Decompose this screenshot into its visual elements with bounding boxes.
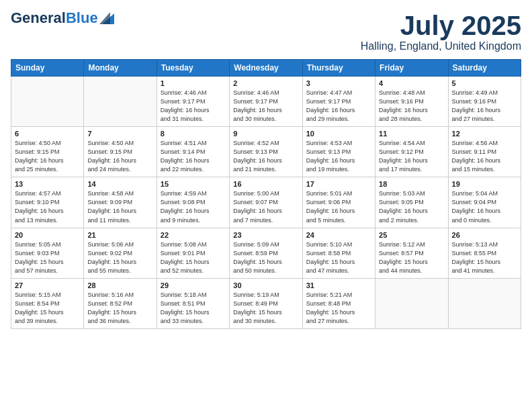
calendar-day-cell: 13Sunrise: 4:57 AM Sunset: 9:10 PM Dayli… <box>11 177 84 228</box>
day-detail: Sunrise: 4:57 AM Sunset: 9:10 PM Dayligh… <box>15 189 80 224</box>
day-detail: Sunrise: 5:01 AM Sunset: 9:06 PM Dayligh… <box>306 189 371 224</box>
day-detail: Sunrise: 4:46 AM Sunset: 9:17 PM Dayligh… <box>161 89 226 124</box>
day-number: 26 <box>452 231 517 239</box>
day-detail: Sunrise: 4:50 AM Sunset: 9:15 PM Dayligh… <box>87 139 152 174</box>
calendar-day-cell: 5Sunrise: 4:49 AM Sunset: 9:16 PM Daylig… <box>448 77 521 127</box>
calendar-day-cell: 24Sunrise: 5:10 AM Sunset: 8:58 PM Dayli… <box>302 228 375 278</box>
day-number: 8 <box>161 130 226 138</box>
day-number: 5 <box>452 79 517 87</box>
day-detail: Sunrise: 4:51 AM Sunset: 9:14 PM Dayligh… <box>161 139 226 174</box>
day-detail: Sunrise: 4:49 AM Sunset: 9:16 PM Dayligh… <box>452 89 517 124</box>
calendar-day-cell: 25Sunrise: 5:12 AM Sunset: 8:57 PM Dayli… <box>375 228 448 278</box>
weekday-header: Friday <box>375 60 448 77</box>
day-number: 19 <box>452 180 517 188</box>
calendar-day-cell: 18Sunrise: 5:03 AM Sunset: 9:05 PM Dayli… <box>375 177 448 228</box>
day-number: 7 <box>87 130 152 138</box>
weekday-header: Tuesday <box>157 60 229 77</box>
calendar-week-row: 1Sunrise: 4:46 AM Sunset: 9:17 PM Daylig… <box>11 77 521 127</box>
calendar-week-row: 20Sunrise: 5:05 AM Sunset: 9:03 PM Dayli… <box>11 228 521 278</box>
calendar-day-cell: 12Sunrise: 4:56 AM Sunset: 9:11 PM Dayli… <box>448 127 521 177</box>
day-number: 12 <box>452 130 517 138</box>
day-detail: Sunrise: 5:16 AM Sunset: 8:52 PM Dayligh… <box>87 291 152 326</box>
day-detail: Sunrise: 5:05 AM Sunset: 9:03 PM Dayligh… <box>15 240 80 275</box>
day-detail: Sunrise: 5:08 AM Sunset: 9:01 PM Dayligh… <box>161 240 226 275</box>
day-number: 17 <box>306 180 371 188</box>
day-detail: Sunrise: 5:10 AM Sunset: 8:58 PM Dayligh… <box>306 240 371 275</box>
calendar-day-cell: 28Sunrise: 5:16 AM Sunset: 8:52 PM Dayli… <box>84 278 157 328</box>
weekday-header-row: SundayMondayTuesdayWednesdayThursdayFrid… <box>11 60 521 77</box>
day-number: 14 <box>87 180 152 188</box>
day-detail: Sunrise: 5:09 AM Sunset: 8:59 PM Dayligh… <box>233 240 298 275</box>
weekday-header: Monday <box>84 60 157 77</box>
title-block: July 2025 Halling, England, United Kingd… <box>361 11 521 52</box>
day-detail: Sunrise: 5:18 AM Sunset: 8:51 PM Dayligh… <box>161 291 226 326</box>
day-number: 29 <box>161 281 226 289</box>
calendar-week-row: 27Sunrise: 5:15 AM Sunset: 8:54 PM Dayli… <box>11 278 521 328</box>
page-header: GeneralBlue July 2025 Halling, England, … <box>11 11 521 52</box>
calendar-day-cell: 22Sunrise: 5:08 AM Sunset: 9:01 PM Dayli… <box>157 228 229 278</box>
calendar-day-cell <box>84 77 157 127</box>
calendar-day-cell: 27Sunrise: 5:15 AM Sunset: 8:54 PM Dayli… <box>11 278 84 328</box>
day-detail: Sunrise: 4:56 AM Sunset: 9:11 PM Dayligh… <box>452 139 517 174</box>
calendar-day-cell: 10Sunrise: 4:53 AM Sunset: 9:13 PM Dayli… <box>302 127 375 177</box>
day-number: 4 <box>379 79 444 87</box>
calendar-day-cell: 7Sunrise: 4:50 AM Sunset: 9:15 PM Daylig… <box>84 127 157 177</box>
weekday-header: Sunday <box>11 60 84 77</box>
logo-icon <box>99 12 114 24</box>
calendar-day-cell: 16Sunrise: 5:00 AM Sunset: 9:07 PM Dayli… <box>230 177 302 228</box>
calendar-day-cell: 26Sunrise: 5:13 AM Sunset: 8:55 PM Dayli… <box>448 228 521 278</box>
day-number: 25 <box>379 231 444 239</box>
calendar-day-cell <box>375 278 448 328</box>
day-number: 21 <box>87 231 152 239</box>
weekday-header: Thursday <box>302 60 375 77</box>
calendar-day-cell: 30Sunrise: 5:19 AM Sunset: 8:49 PM Dayli… <box>230 278 302 328</box>
calendar-day-cell <box>448 278 521 328</box>
calendar-day-cell: 8Sunrise: 4:51 AM Sunset: 9:14 PM Daylig… <box>157 127 229 177</box>
day-number: 10 <box>306 130 371 138</box>
day-detail: Sunrise: 4:50 AM Sunset: 9:15 PM Dayligh… <box>15 139 80 174</box>
day-number: 16 <box>233 180 298 188</box>
calendar-day-cell: 20Sunrise: 5:05 AM Sunset: 9:03 PM Dayli… <box>11 228 84 278</box>
day-number: 18 <box>379 180 444 188</box>
calendar-day-cell: 9Sunrise: 4:52 AM Sunset: 9:13 PM Daylig… <box>230 127 302 177</box>
calendar-day-cell: 6Sunrise: 4:50 AM Sunset: 9:15 PM Daylig… <box>11 127 84 177</box>
day-number: 31 <box>306 281 371 289</box>
day-number: 9 <box>233 130 298 138</box>
calendar-day-cell: 29Sunrise: 5:18 AM Sunset: 8:51 PM Dayli… <box>157 278 229 328</box>
day-number: 3 <box>306 79 371 87</box>
weekday-header: Saturday <box>448 60 521 77</box>
calendar-day-cell: 19Sunrise: 5:04 AM Sunset: 9:04 PM Dayli… <box>448 177 521 228</box>
weekday-header: Wednesday <box>230 60 302 77</box>
day-detail: Sunrise: 5:12 AM Sunset: 8:57 PM Dayligh… <box>379 240 444 275</box>
day-detail: Sunrise: 5:21 AM Sunset: 8:48 PM Dayligh… <box>306 291 371 326</box>
calendar-day-cell: 21Sunrise: 5:06 AM Sunset: 9:02 PM Dayli… <box>84 228 157 278</box>
calendar-day-cell: 31Sunrise: 5:21 AM Sunset: 8:48 PM Dayli… <box>302 278 375 328</box>
day-detail: Sunrise: 5:03 AM Sunset: 9:05 PM Dayligh… <box>379 189 444 224</box>
day-detail: Sunrise: 4:52 AM Sunset: 9:13 PM Dayligh… <box>233 139 298 174</box>
day-detail: Sunrise: 4:46 AM Sunset: 9:17 PM Dayligh… <box>233 89 298 124</box>
day-number: 23 <box>233 231 298 239</box>
day-number: 27 <box>15 281 80 289</box>
day-detail: Sunrise: 5:06 AM Sunset: 9:02 PM Dayligh… <box>87 240 152 275</box>
calendar-day-cell: 1Sunrise: 4:46 AM Sunset: 9:17 PM Daylig… <box>157 77 229 127</box>
calendar-day-cell: 2Sunrise: 4:46 AM Sunset: 9:17 PM Daylig… <box>230 77 302 127</box>
day-number: 30 <box>233 281 298 289</box>
day-number: 11 <box>379 130 444 138</box>
svg-marker-1 <box>99 12 110 24</box>
day-detail: Sunrise: 4:47 AM Sunset: 9:17 PM Dayligh… <box>306 89 371 124</box>
day-detail: Sunrise: 4:54 AM Sunset: 9:12 PM Dayligh… <box>379 139 444 174</box>
day-number: 15 <box>161 180 226 188</box>
day-number: 2 <box>233 79 298 87</box>
logo-text: GeneralBlue <box>11 11 98 26</box>
day-detail: Sunrise: 5:19 AM Sunset: 8:49 PM Dayligh… <box>233 291 298 326</box>
calendar-day-cell: 11Sunrise: 4:54 AM Sunset: 9:12 PM Dayli… <box>375 127 448 177</box>
day-detail: Sunrise: 5:04 AM Sunset: 9:04 PM Dayligh… <box>452 189 517 224</box>
calendar-day-cell: 23Sunrise: 5:09 AM Sunset: 8:59 PM Dayli… <box>230 228 302 278</box>
day-number: 24 <box>306 231 371 239</box>
calendar-day-cell <box>11 77 84 127</box>
logo: GeneralBlue <box>11 11 114 26</box>
day-number: 1 <box>161 79 226 87</box>
day-number: 28 <box>87 281 152 289</box>
month-title: July 2025 <box>361 11 521 40</box>
day-detail: Sunrise: 5:15 AM Sunset: 8:54 PM Dayligh… <box>15 291 80 326</box>
